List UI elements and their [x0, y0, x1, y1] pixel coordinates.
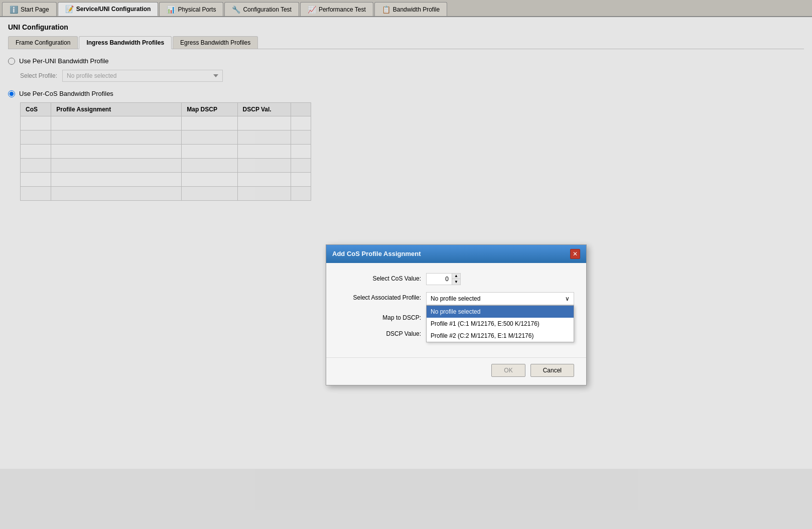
dialog-titlebar: Add CoS Profile Assignment ✕	[326, 245, 586, 263]
cos-spinner: ▲ ▼	[426, 273, 461, 285]
map-dscp-label: Map to DSCP:	[338, 312, 421, 321]
profile-dropdown-wrapper: No profile selected ∨ No profile selecte…	[426, 292, 574, 305]
dialog-overlay: Add CoS Profile Assignment ✕ Select CoS …	[0, 0, 812, 469]
cancel-button[interactable]: Cancel	[530, 364, 574, 377]
cos-value-control: ▲ ▼	[426, 273, 574, 285]
profile-option-2[interactable]: Profile #2 (C:2 M/12176, E:1 M/12176)	[427, 330, 574, 342]
dscp-value-label: DSCP Value:	[338, 328, 421, 337]
dialog-body: Select CoS Value: ▲ ▼ Select Associated …	[326, 263, 586, 357]
ok-button[interactable]: OK	[491, 364, 525, 377]
associated-profile-label: Select Associated Profile:	[338, 292, 421, 301]
profile-dropdown-value: No profile selected	[431, 295, 480, 302]
cos-value-label: Select CoS Value:	[338, 273, 421, 282]
dialog-footer: OK Cancel	[326, 357, 586, 385]
profile-option-none[interactable]: No profile selected	[427, 306, 574, 318]
dialog-title: Add CoS Profile Assignment	[332, 250, 421, 257]
chevron-down-icon: ∨	[565, 295, 570, 302]
spinner-down-button[interactable]: ▼	[452, 279, 460, 285]
profile-dropdown-button[interactable]: No profile selected ∨	[426, 292, 574, 305]
spinner-buttons: ▲ ▼	[452, 274, 460, 285]
profile-option-1[interactable]: Profile #1 (C:1 M/12176, E:500 K/12176)	[427, 318, 574, 330]
spinner-up-button[interactable]: ▲	[452, 274, 460, 279]
cos-value-row: Select CoS Value: ▲ ▼	[338, 273, 574, 285]
profile-dropdown-list: No profile selected Profile #1 (C:1 M/12…	[426, 305, 574, 342]
cos-value-input[interactable]	[427, 274, 452, 285]
dialog-close-button[interactable]: ✕	[570, 249, 580, 259]
associated-profile-row: Select Associated Profile: No profile se…	[338, 292, 574, 305]
add-cos-dialog: Add CoS Profile Assignment ✕ Select CoS …	[326, 244, 587, 385]
